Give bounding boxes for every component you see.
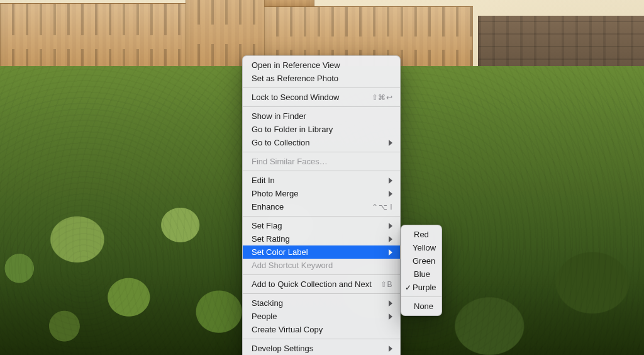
menu-item-photo-merge[interactable]: Photo Merge — [243, 187, 400, 200]
color-option-label: Green — [413, 256, 435, 266]
menu-item-set-color-label[interactable]: Set Color Label — [243, 245, 400, 259]
color-label-submenu[interactable]: ✓Red✓Yellow✓Green✓Blue✓Purple✓None — [401, 225, 442, 316]
menu-item-label: Show in Finder — [252, 111, 392, 121]
menu-separator — [401, 296, 441, 297]
color-option-label: Purple — [413, 283, 436, 293]
chevron-right-icon — [389, 236, 392, 242]
checkmark-icon: ✓ — [405, 283, 411, 293]
menu-item-label: Set Flag — [252, 221, 384, 231]
menu-separator — [243, 152, 400, 152]
menu-separator — [243, 339, 400, 339]
menu-item-label: Photo Merge — [252, 189, 384, 199]
menu-item-label: Add Shortcut Keyword — [252, 261, 392, 271]
menu-item-label: People — [252, 312, 384, 322]
menu-item-label: Edit In — [252, 176, 384, 186]
color-option-blue[interactable]: ✓Blue — [401, 268, 441, 281]
color-option-label: Red — [414, 230, 435, 240]
chevron-right-icon — [389, 313, 392, 320]
menu-separator — [243, 293, 400, 294]
menu-separator — [243, 106, 400, 107]
menu-item-create-virtual-copy[interactable]: Create Virtual Copy — [243, 323, 400, 336]
menu-separator — [243, 87, 400, 88]
color-option-red[interactable]: ✓Red — [401, 228, 441, 241]
menu-item-stacking[interactable]: Stacking — [243, 296, 400, 310]
menu-item-label: Set Rating — [252, 234, 384, 244]
menu-item-set-flag[interactable]: Set Flag — [243, 219, 400, 232]
menu-item-label: Set as Reference Photo — [252, 74, 392, 84]
color-option-label: Yellow — [413, 243, 436, 253]
menu-item-label: Stacking — [252, 298, 384, 308]
color-option-yellow[interactable]: ✓Yellow — [401, 241, 441, 254]
chevron-right-icon — [389, 191, 392, 197]
menu-item-show-in-finder[interactable]: Show in Finder — [243, 110, 400, 123]
menu-item-open-in-reference-view[interactable]: Open in Reference View — [243, 59, 400, 72]
chevron-right-icon — [389, 300, 392, 307]
color-option-green[interactable]: ✓Green — [401, 254, 441, 268]
chevron-right-icon — [389, 178, 392, 184]
chevron-right-icon — [389, 346, 392, 352]
menu-item-set-rating[interactable]: Set Rating — [243, 232, 400, 245]
chevron-right-icon — [389, 249, 392, 256]
menu-item-label: Set Color Label — [252, 247, 384, 257]
menu-item-label: Lock to Second Window — [252, 93, 365, 103]
menu-separator — [243, 216, 400, 217]
menu-item-add-to-quick-collection-and-next[interactable]: Add to Quick Collection and Next⇧B — [243, 278, 400, 291]
menu-item-label: Go to Folder in Library — [252, 125, 392, 135]
menu-item-people[interactable]: People — [243, 310, 400, 323]
color-option-label: None — [414, 301, 435, 312]
menu-item-shortcut: ⌃⌥ I — [372, 202, 392, 212]
menu-item-develop-settings[interactable]: Develop Settings — [243, 342, 400, 355]
menu-item-add-shortcut-keyword: Add Shortcut Keyword — [243, 259, 400, 272]
menu-item-label: Create Virtual Copy — [252, 325, 392, 335]
menu-separator — [243, 274, 400, 275]
menu-item-edit-in[interactable]: Edit In — [243, 174, 400, 187]
menu-item-shortcut: ⇧B — [380, 279, 392, 290]
chevron-right-icon — [389, 140, 392, 146]
menu-item-label: Enhance — [252, 202, 365, 212]
menu-item-label: Go to Collection — [252, 138, 384, 148]
menu-item-label: Open in Reference View — [252, 60, 392, 70]
menu-item-go-to-folder-in-library[interactable]: Go to Folder in Library — [243, 123, 400, 136]
menu-item-go-to-collection[interactable]: Go to Collection — [243, 136, 400, 149]
color-option-purple[interactable]: ✓Purple — [401, 281, 441, 294]
color-option-label: Blue — [414, 269, 435, 279]
menu-item-label: Find Similar Faces… — [252, 157, 392, 167]
menu-item-set-as-reference-photo[interactable]: Set as Reference Photo — [243, 72, 400, 85]
menu-item-label: Develop Settings — [252, 344, 384, 354]
menu-item-find-similar-faces: Find Similar Faces… — [243, 155, 400, 168]
menu-item-lock-to-second-window[interactable]: Lock to Second Window⇧⌘↩ — [243, 91, 400, 104]
menu-item-shortcut: ⇧⌘↩ — [372, 93, 393, 103]
menu-item-enhance[interactable]: Enhance⌃⌥ I — [243, 200, 400, 213]
chevron-right-icon — [389, 223, 392, 229]
color-option-none[interactable]: ✓None — [401, 300, 441, 313]
menu-separator — [243, 171, 400, 171]
menu-item-label: Add to Quick Collection and Next — [252, 279, 374, 290]
context-menu[interactable]: Open in Reference ViewSet as Reference P… — [242, 55, 401, 355]
